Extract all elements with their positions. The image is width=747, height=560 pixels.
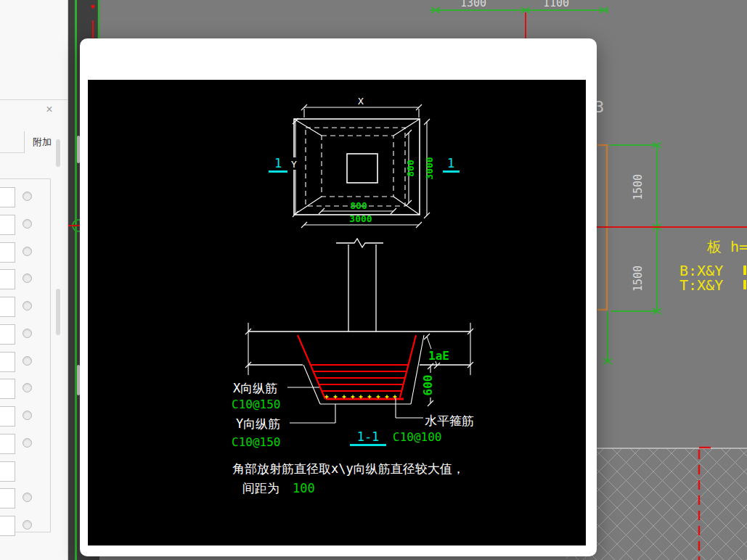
bg-dim-1500-lower: 1500 <box>632 265 645 292</box>
note-line2-value: 100 <box>293 481 315 495</box>
parameter-radio[interactable] <box>23 438 32 448</box>
bg-dim-label: 1100 <box>543 0 569 9</box>
stirrup-spec: C10@100 <box>393 430 441 444</box>
parameter-input[interactable] <box>0 488 15 508</box>
note-line1: 角部放射筋直径取x\y向纵筋直径较大值， <box>232 461 465 476</box>
pit-bottom-outline <box>322 136 393 197</box>
label-leaders <box>287 387 423 423</box>
foundation-pit-drawing: X Y 800 3000 800 3000 1 1 <box>88 80 586 545</box>
parameter-radio[interactable] <box>23 247 32 256</box>
section-mark-right: 1 <box>447 156 454 170</box>
parameter-radio[interactable] <box>23 219 32 228</box>
section-view <box>245 239 473 423</box>
parameter-radio[interactable] <box>23 520 32 530</box>
depth-600-dim: 600 <box>421 375 435 396</box>
parameter-radio[interactable] <box>23 301 32 310</box>
parameter-radio[interactable] <box>23 329 32 338</box>
y-bars-spec: C10@150 <box>232 435 280 449</box>
section-name-underline <box>350 444 386 446</box>
pit-center-square <box>347 154 377 183</box>
properties-panel: × 附加 <box>0 0 68 560</box>
parameter-input[interactable] <box>0 379 15 399</box>
parameter-radio[interactable] <box>23 273 32 283</box>
plan-dim-x: X <box>358 96 364 107</box>
y-bars-label: Y向纵筋 <box>236 416 280 431</box>
parameter-radio[interactable] <box>23 493 32 502</box>
plan-dim-800-right: 800 <box>405 160 416 177</box>
rebar-lines <box>298 335 416 399</box>
parameter-input[interactable] <box>0 516 15 536</box>
bg-dim-1500-upper: 1500 <box>632 174 645 200</box>
parameter-input[interactable] <box>0 461 15 482</box>
parameter-radio[interactable] <box>23 356 32 366</box>
parameter-input[interactable] <box>0 406 15 427</box>
x-bars-spec: C10@150 <box>232 398 280 411</box>
pit-slope-outline <box>306 128 405 206</box>
parameter-input[interactable] <box>0 187 15 207</box>
app-window: 1300 1100 3 1500 1500 板 h=6 B:X&Y <box>0 0 747 560</box>
x-bars-label: X向纵筋 <box>233 381 277 395</box>
scrollbar-thumb[interactable] <box>56 289 60 335</box>
tab-underline <box>0 152 24 153</box>
panel-close-button[interactable]: × <box>43 103 56 116</box>
plan-dim-3000-right: 3000 <box>424 157 435 179</box>
section-mark-underline <box>443 170 460 173</box>
plan-dim-3000-bottom: 3000 <box>349 213 372 224</box>
plan-dim-y: Y <box>291 159 297 170</box>
parameter-input[interactable] <box>0 215 15 235</box>
section-mark-underline <box>269 170 287 173</box>
parameter-input[interactable] <box>0 269 15 289</box>
parameter-input[interactable] <box>0 297 15 317</box>
parameter-input[interactable] <box>0 434 15 454</box>
parameter-radio[interactable] <box>23 192 32 201</box>
plan-dim-800-bottom: 800 <box>350 200 367 211</box>
section-concrete-outline <box>248 239 470 404</box>
parameter-radio[interactable] <box>23 411 32 420</box>
bg-dim-label: 1300 <box>460 0 486 9</box>
parameter-diagram-dialog: 参数图 × <box>80 38 597 556</box>
parameter-input[interactable] <box>0 242 15 263</box>
slab-text: 板 h=6 <box>706 238 747 255</box>
section-mark-left: 1 <box>274 156 282 170</box>
diagram-canvas: X Y 800 3000 800 3000 1 1 <box>88 80 586 545</box>
top-bars-text: T:X&Y <box>679 276 723 294</box>
note-line2-prefix: 间距为 <box>242 481 279 495</box>
panel-divider <box>0 99 68 100</box>
scrollbar-thumb[interactable] <box>56 139 60 167</box>
tab-additional[interactable]: 附加 <box>24 131 60 153</box>
parameter-radio[interactable] <box>23 383 32 392</box>
anchor-length-dim: 1aE <box>428 349 449 363</box>
stirrup-label: 水平箍筋 <box>425 413 474 428</box>
section-name: 1-1 <box>357 429 380 444</box>
parameter-input[interactable] <box>0 324 15 345</box>
parameter-input[interactable] <box>0 352 15 372</box>
